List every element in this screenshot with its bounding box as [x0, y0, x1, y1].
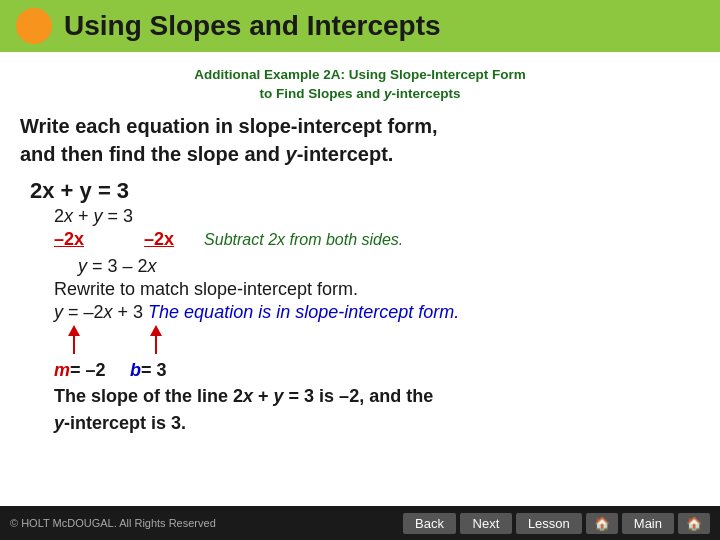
- page-title: Using Slopes and Intercepts: [64, 10, 441, 42]
- main-content: Additional Example 2A: Using Slope-Inter…: [0, 52, 720, 447]
- footer: © HOLT McDOUGAL. All Rights Reserved Bac…: [0, 506, 720, 540]
- step2-eq: y = 3 – 2x: [78, 256, 700, 277]
- main-button[interactable]: Main: [622, 513, 674, 534]
- step1-comment: Subtract 2x from both sides.: [204, 231, 403, 249]
- step1-row: 2x + y = 3: [54, 206, 700, 227]
- b-label: b= 3: [130, 360, 167, 381]
- copyright-text: © HOLT McDOUGAL. All Rights Reserved: [10, 517, 216, 529]
- subtitle-line2: to Find Slopes and y-intercepts: [20, 85, 700, 104]
- nav-buttons: Back Next Lesson 🏠 Main 🏠: [403, 513, 710, 534]
- step1-eq: 2x + y = 3: [54, 206, 133, 227]
- b-arrow: [150, 325, 162, 354]
- mb-arrows-section: m= –2 b= 3: [54, 325, 700, 381]
- lesson-home-icon[interactable]: 🏠: [586, 513, 618, 534]
- m-label: m= –2: [54, 360, 106, 381]
- step3-eq: y = –2x + 3: [54, 302, 148, 323]
- subtract-2x-left: –2x: [54, 229, 84, 250]
- step1-subtract-row: –2x –2x Subtract 2x from both sides.: [54, 229, 700, 250]
- step3-comment: The equation is in slope-intercept form.: [148, 302, 459, 323]
- subtract-2x-right: –2x: [144, 229, 174, 250]
- lesson-button[interactable]: Lesson: [516, 513, 582, 534]
- header: Using Slopes and Intercepts: [0, 0, 720, 52]
- conclusion-line1: The slope of the line 2x + y = 3 is –2, …: [54, 386, 433, 406]
- next-button[interactable]: Next: [460, 513, 512, 534]
- step2-label: Rewrite to match slope-intercept form.: [54, 279, 700, 300]
- m-arrow: [68, 325, 80, 354]
- main-home-icon[interactable]: 🏠: [678, 513, 710, 534]
- back-button[interactable]: Back: [403, 513, 456, 534]
- intro-text: Write each equation in slope-intercept f…: [20, 112, 700, 168]
- subtitle-line1: Additional Example 2A: Using Slope-Inter…: [20, 66, 700, 85]
- step3-row: y = –2x + 3 The equation is in slope-int…: [54, 302, 700, 323]
- equation-section: 2x + y = 3 2x + y = 3 –2x –2x Subtract 2…: [30, 178, 700, 437]
- header-circle-icon: [16, 8, 52, 44]
- main-equation: 2x + y = 3: [30, 178, 700, 204]
- conclusion: The slope of the line 2x + y = 3 is –2, …: [54, 383, 700, 437]
- subtitle: Additional Example 2A: Using Slope-Inter…: [20, 66, 700, 104]
